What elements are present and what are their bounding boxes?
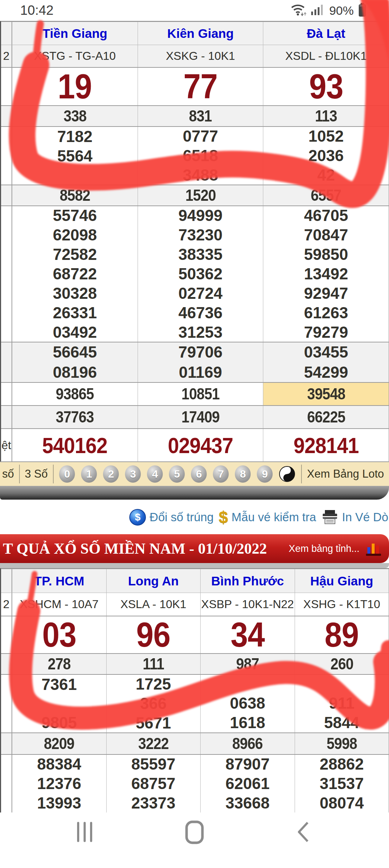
table1-header-sliver — [1, 22, 12, 45]
table2-prize4-rows: 883841237613993 855976875723373 87907620… — [1, 754, 389, 812]
blue-dollar-coin-icon: $ — [129, 509, 146, 526]
province-tp-hcm[interactable]: TP. HCM — [12, 569, 107, 593]
prize4-column: 879076206133668 — [201, 755, 295, 812]
prize7-number: 987 — [201, 654, 295, 674]
digit-button-1[interactable]: 1 — [81, 465, 97, 483]
prize2-number-highlighted: 39548 — [263, 383, 389, 405]
ticket-check-sample-link[interactable]: $ Mẫu vé kiểm tra — [219, 508, 316, 527]
recents-button[interactable] — [72, 820, 97, 845]
prize5-number: 8966 — [201, 733, 295, 754]
table1-sliver — [1, 106, 12, 126]
table1-prize8-row: 19 77 93 — [1, 67, 389, 105]
banner-bottom-strip — [0, 563, 389, 568]
digit-button-7[interactable]: 7 — [213, 465, 229, 483]
prize8-number: 93 — [263, 68, 389, 105]
yin-yang-icon[interactable] — [279, 466, 295, 482]
prize6-column: 077765183488 — [138, 127, 264, 185]
table1-prize7-row: 338 831 113 — [1, 105, 389, 126]
view-loto-board-link[interactable]: Xem Bảng Loto — [307, 468, 384, 480]
table1-header-row: Tiền Giang Kiên Giang Đà Lạt — [1, 22, 389, 45]
province-hau-giang[interactable]: Hậu Giang — [295, 569, 389, 593]
battery-icon — [358, 3, 367, 18]
table1-sliver — [1, 406, 12, 428]
exchange-winning-number-link[interactable]: $ Đổi số trúng — [129, 509, 214, 526]
digit-button-0[interactable]: 0 — [59, 465, 75, 483]
prize4-column: 4670570847 5985013492 9294761263 79279 — [263, 206, 389, 342]
chart-icon[interactable] — [365, 541, 382, 557]
prize6-column: 06381618 — [201, 675, 295, 732]
province-tien-giang[interactable]: Tiền Giang — [12, 22, 138, 45]
prize7-number: 260 — [295, 654, 389, 674]
table1-prize6-rows: 71825564 077765183488 1052203642 — [1, 126, 389, 185]
lottery-table-2: TP. HCM Long An Bình Phước Hậu Giang 2 X… — [0, 568, 389, 812]
table2-prize6-rows: 73619805 17253665671 06381618 9115844 — [1, 674, 389, 732]
table2-prize7-row: 278 111 987 260 — [1, 653, 389, 674]
loto-filter-bar: số 3 Số 0 1 2 3 4 5 6 7 8 9 Xem Bảng Lot… — [0, 461, 389, 486]
prize4-column: 5574662098 7258268722 3032826331 03492 — [12, 206, 138, 342]
table1-sliver — [1, 185, 12, 205]
prize7-number: 111 — [107, 654, 201, 674]
prize6-column: 71825564 — [12, 127, 138, 185]
table1-sliver — [1, 68, 12, 105]
table1-prize1-row: 37763 17409 66225 — [1, 405, 389, 428]
table2-header-sliver — [1, 569, 12, 593]
table2-sliver — [1, 733, 12, 754]
prize4-column: 288623153708074 — [295, 755, 389, 812]
province-kien-giang[interactable]: Kiên Giang — [138, 22, 264, 45]
digit-button-4[interactable]: 4 — [147, 465, 163, 483]
table1-special-prize-row: ệt 540162 029437 928141 — [1, 428, 389, 461]
link-label: Đổi số trúng — [149, 510, 214, 524]
link-label: In Vé Dò — [342, 510, 388, 524]
prize4-column: 883841237613993 — [12, 755, 107, 812]
draw-code: XSTG - TG-A10 — [12, 45, 138, 67]
prize3-column: 79706 01169 — [138, 342, 264, 382]
table1-prize3-rows: 56645 08196 79706 01169 03455 54299 — [1, 342, 389, 382]
table2-sliver — [1, 675, 12, 732]
prize7-number: 831 — [138, 106, 264, 126]
prize8-number: 03 — [12, 616, 107, 653]
prize5-number: 6557 — [263, 185, 389, 205]
table1-sliver — [1, 342, 12, 382]
utility-links-row: $ Đổi số trúng $ Mẫu vé kiểm tra In Vé D… — [0, 506, 389, 528]
battery-percent: 90% — [329, 4, 354, 18]
province-binh-phuoc[interactable]: Bình Phước — [201, 569, 295, 593]
province-long-an[interactable]: Long An — [107, 569, 201, 593]
prize3-column: 56645 08196 — [12, 342, 138, 382]
home-button[interactable] — [184, 820, 205, 846]
prize8-number: 19 — [12, 68, 138, 105]
digit-button-9[interactable]: 9 — [257, 465, 273, 483]
draw-code: XSDL - ĐL10K1 — [263, 45, 389, 67]
digit-button-3[interactable]: 3 — [125, 465, 141, 483]
prize7-number: 278 — [12, 654, 107, 674]
prize8-number: 77 — [138, 68, 264, 105]
divider — [53, 465, 54, 483]
prize5-number: 8209 — [12, 733, 107, 754]
back-button[interactable] — [295, 820, 312, 845]
print-ticket-link[interactable]: In Vé Dò — [321, 509, 388, 525]
digit-button-8[interactable]: 8 — [235, 465, 251, 483]
prize6-column: 17253665671 — [107, 675, 201, 732]
two-digit-tab-partial[interactable]: số — [2, 468, 14, 480]
prize5-number: 3222 — [107, 733, 201, 754]
table2-sliver — [1, 654, 12, 674]
three-digit-tab[interactable]: 3 Số — [25, 468, 48, 480]
digit-button-5[interactable]: 5 — [169, 465, 185, 483]
printer-icon — [321, 509, 339, 525]
prize4-column: 9499973230 3833550362 0272446736 31253 — [138, 206, 264, 342]
view-province-table-link[interactable]: Xem bảng tỉnh... — [289, 543, 359, 554]
signal-icon — [311, 4, 325, 17]
table2-codes-sliver: 2 — [1, 593, 12, 616]
prize8-number: 96 — [107, 616, 201, 653]
table1-prize5-row: 8582 1520 6557 — [1, 185, 389, 205]
table1-prize4-rows: 5574662098 7258268722 3032826331 03492 9… — [1, 205, 389, 342]
province-da-lat[interactable]: Đà Lạt — [263, 22, 389, 45]
prize8-number: 89 — [295, 616, 389, 653]
prize2-number: 10851 — [138, 383, 264, 405]
lottery-table-1: Tiền Giang Kiên Giang Đà Lạt 2 XSTG - TG… — [0, 21, 389, 461]
wifi-icon — [290, 3, 307, 18]
digit-button-6[interactable]: 6 — [191, 465, 207, 483]
digit-button-2[interactable]: 2 — [103, 465, 119, 483]
draw-code: XSHG - K1T10 — [295, 593, 389, 616]
table2-sliver — [1, 755, 12, 812]
prize6-column: 73619805 — [12, 675, 107, 732]
